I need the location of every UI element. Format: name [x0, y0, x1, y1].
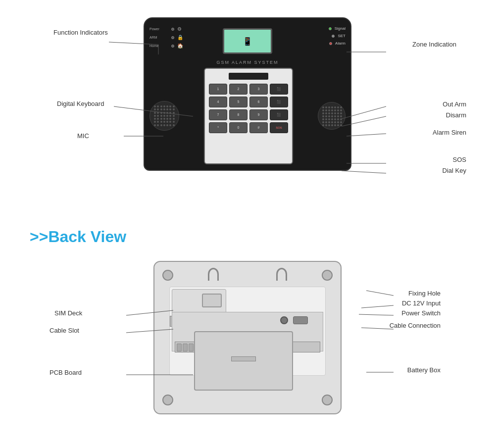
s32	[163, 118, 165, 120]
s20	[169, 112, 171, 114]
s37	[157, 121, 159, 123]
rs27	[337, 115, 339, 117]
rs6	[337, 106, 339, 108]
corner-hole-br	[322, 395, 333, 405]
rs31	[328, 118, 330, 120]
key-8[interactable]: 8	[229, 109, 248, 120]
rs9	[325, 109, 327, 111]
key-star[interactable]: *	[209, 122, 227, 133]
key-1[interactable]: 1	[209, 84, 227, 95]
s21	[173, 112, 175, 114]
rs10	[328, 109, 330, 111]
s2	[157, 105, 159, 107]
s1	[154, 105, 156, 107]
svg-line-7	[346, 134, 386, 136]
rs13	[337, 109, 339, 111]
s22	[154, 115, 156, 117]
pcb-slot	[231, 356, 256, 361]
s5	[166, 105, 168, 107]
hook-left	[208, 268, 219, 281]
s16	[157, 112, 159, 114]
rs4	[331, 106, 333, 108]
sim-area	[172, 289, 226, 314]
rs16	[325, 112, 327, 114]
rs23	[325, 115, 327, 117]
rs45	[328, 124, 330, 126]
s42	[173, 121, 175, 123]
key-sos[interactable]: SOS	[270, 122, 288, 133]
key-6[interactable]: 6	[249, 97, 268, 107]
s44	[157, 124, 159, 126]
pcb-board-area	[194, 331, 293, 391]
s35	[173, 118, 175, 120]
hook-right	[276, 268, 287, 281]
rs8	[322, 109, 324, 111]
rs25	[331, 115, 333, 117]
pcb-board-label: PCB Board	[50, 369, 82, 377]
svg-line-9	[342, 171, 386, 173]
s24	[160, 115, 162, 117]
s38	[160, 121, 162, 123]
svg-line-16	[361, 328, 394, 329]
signal-dot	[329, 27, 332, 30]
key-3[interactable]: 3	[249, 84, 268, 95]
rs32	[331, 118, 333, 120]
disarm-label: Disarm	[446, 111, 466, 120]
s3	[160, 105, 162, 107]
rs2	[325, 106, 327, 108]
arm-indicator-row: ARM 🔒	[149, 35, 183, 40]
key-0[interactable]: 0	[229, 122, 248, 133]
s47	[166, 124, 168, 126]
key-hash[interactable]: #	[249, 122, 268, 133]
key-fn2[interactable]: ⬛	[270, 97, 288, 107]
s39	[163, 121, 165, 123]
digital-keyboard: 1 2 3 ⬛ 4 5 6 ⬛ 7 8 9 ⬛ * 0 #	[204, 68, 293, 164]
left-indicators: Power ⚙ ARM 🔒 Home 🏠	[149, 24, 183, 49]
s7	[173, 105, 175, 107]
rs48	[337, 124, 339, 126]
back-view-section: SIM Deck Cable Slot PCB Board Fixing Hol…	[20, 256, 475, 434]
s9	[157, 108, 159, 110]
s49	[173, 124, 175, 126]
s6	[169, 105, 171, 107]
rs29	[322, 118, 324, 120]
home-dot	[171, 45, 174, 48]
dc-input-element	[280, 316, 288, 324]
rs39	[331, 121, 333, 123]
s13	[169, 108, 171, 110]
alarm-siren-label: Alarm Siren	[433, 129, 466, 137]
key-fn3[interactable]: ⬛	[270, 109, 288, 120]
rs47	[334, 124, 336, 126]
home-label: Home	[149, 44, 168, 48]
rs40	[334, 121, 336, 123]
key-9[interactable]: 9	[249, 109, 268, 120]
key-4[interactable]: 4	[209, 97, 227, 107]
s8	[154, 108, 156, 110]
s26	[166, 115, 168, 117]
s43	[154, 124, 156, 126]
rs35	[340, 118, 342, 120]
rs14	[340, 109, 342, 111]
rs15	[322, 112, 324, 114]
key-fn1[interactable]: ⬛	[270, 84, 288, 95]
dial-key-label: Dial Key	[443, 167, 466, 175]
s10	[160, 108, 162, 110]
key-7[interactable]: 7	[209, 109, 227, 120]
rs33	[334, 118, 336, 120]
rs21	[340, 112, 342, 114]
battery-box-label: Battery Box	[407, 366, 441, 375]
home-indicator-row: Home 🏠	[149, 43, 183, 49]
s11	[163, 108, 165, 110]
tp2	[183, 344, 188, 351]
power-switch-label: Power Switch	[401, 309, 441, 318]
alarm-siren-speaker	[318, 102, 346, 130]
s15	[154, 112, 156, 114]
s46	[163, 124, 165, 126]
rs3	[328, 106, 330, 108]
set-indicator-row: SET	[332, 34, 346, 38]
alarm-label: Alarm	[335, 41, 346, 46]
key-2[interactable]: 2	[229, 84, 248, 95]
key-5[interactable]: 5	[229, 97, 248, 107]
svg-line-15	[359, 314, 394, 315]
s45	[160, 124, 162, 126]
